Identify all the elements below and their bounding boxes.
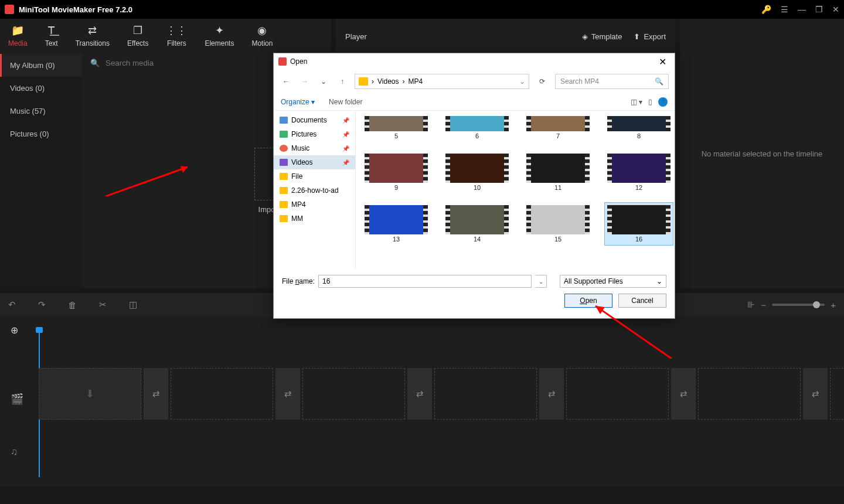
maximize-icon[interactable]: ❐ (815, 5, 823, 14)
tool-transitions[interactable]: ⇄Transitions (76, 25, 110, 47)
clip-slot[interactable] (302, 368, 405, 420)
tree-item[interactable]: Documents📌 (274, 113, 355, 127)
sidebar-item[interactable]: My Album (0) (0, 54, 82, 77)
sidebar-item[interactable]: Videos (0) (2, 77, 82, 100)
file-item[interactable]: 16 (604, 202, 673, 246)
titlebar: MiniTool MovieMaker Free 7.2.0 🔑 ☰ — ❐ ✕ (0, 0, 844, 19)
file-item[interactable]: 10 (443, 151, 512, 194)
file-item[interactable]: 5 (362, 113, 431, 142)
search-icon: 🔍 (655, 77, 663, 86)
dialog-app-icon (278, 57, 287, 66)
file-item[interactable]: 7 (523, 113, 593, 142)
tool-elements[interactable]: ✦Elements (205, 25, 234, 47)
template-button[interactable]: ◈ Template (582, 32, 622, 41)
key-icon[interactable]: 🔑 (761, 5, 771, 14)
clip-slot[interactable] (171, 368, 273, 420)
tool-text[interactable]: T͟Text (45, 25, 58, 47)
filetype-select[interactable]: All Supported Files⌄ (560, 275, 666, 288)
transition-slot[interactable]: ⇄ (144, 368, 168, 420)
nav-forward-button[interactable]: → (298, 77, 311, 86)
tool-filters[interactable]: ⋮⋮Filters (166, 25, 187, 47)
file-item[interactable]: 9 (362, 151, 431, 194)
crop-button[interactable]: ◫ (129, 299, 137, 310)
tree-item[interactable]: 2.26-how-to-ad (274, 183, 355, 197)
cut-button[interactable]: ✂ (99, 299, 107, 310)
sidebar-item[interactable]: Pictures (0) (2, 122, 82, 145)
tree-item[interactable]: Pictures📌 (274, 127, 355, 141)
file-item[interactable]: 15 (523, 202, 593, 246)
clip-slot[interactable] (566, 368, 669, 420)
file-list: 5678910111213141516 (356, 111, 675, 269)
player-title: Player (345, 32, 367, 41)
view-mode-button[interactable]: ◫ ▾ (631, 98, 642, 106)
undo-button[interactable]: ↶ (8, 299, 16, 310)
minimize-icon[interactable]: — (798, 5, 806, 14)
redo-button[interactable]: ↷ (38, 299, 46, 310)
delete-button[interactable]: 🗑 (68, 300, 77, 310)
file-item[interactable]: 13 (362, 202, 431, 246)
dialog-close-button[interactable]: ✕ (655, 56, 670, 67)
tool-media[interactable]: 📁Media (8, 25, 28, 47)
tree-item[interactable]: Videos📌 (274, 155, 355, 169)
fit-button[interactable]: ⊪ (747, 299, 755, 310)
transition-slot[interactable]: ⇄ (671, 368, 696, 420)
media-sidebar: My Album (0)Videos (0)Music (57)Pictures… (0, 54, 82, 288)
search-input[interactable] (106, 59, 268, 67)
search-icon: 🔍 (90, 59, 100, 67)
organize-button[interactable]: Organize ▾ (281, 98, 315, 106)
nav-back-button[interactable]: ← (280, 77, 292, 86)
audio-track-icon: ♫ (11, 447, 18, 457)
tree-item[interactable]: MP4 (274, 197, 355, 212)
dialog-search-input[interactable]: Search MP4🔍 (555, 74, 669, 89)
zoom-slider[interactable] (772, 304, 825, 306)
help-icon[interactable]: ? (658, 97, 668, 107)
export-button[interactable]: ⬆ Export (634, 32, 666, 41)
folder-icon (359, 77, 368, 86)
file-item[interactable]: 11 (523, 151, 593, 194)
sidebar-item[interactable]: Music (57) (2, 100, 82, 122)
preview-empty-text: No material selected on the timeline (702, 149, 823, 158)
file-item[interactable]: 14 (443, 202, 512, 246)
clip-slot[interactable] (830, 368, 844, 420)
dialog-title: Open (290, 57, 307, 66)
filename-input[interactable] (318, 275, 532, 288)
preview-panel: No material selected on the timeline (680, 19, 844, 288)
file-item[interactable]: 6 (443, 113, 512, 142)
clip-slot[interactable] (434, 368, 537, 420)
timeline[interactable]: ⊕ 🎬 ♫ ⬇⇄⇄⇄⇄⇄⇄⇄ (0, 316, 844, 486)
transition-slot[interactable]: ⇄ (407, 368, 432, 420)
filename-history-button[interactable]: ⌄ (535, 275, 547, 288)
cancel-button[interactable]: Cancel (618, 294, 666, 308)
transition-slot[interactable]: ⇄ (803, 368, 828, 420)
tool-effects[interactable]: ❐Effects (127, 25, 148, 47)
nav-recent-button[interactable]: ⌄ (317, 77, 330, 86)
preview-pane-button[interactable]: ▯ (648, 98, 652, 106)
nav-up-button[interactable]: ↑ (336, 77, 349, 86)
open-button[interactable]: Open (564, 294, 612, 308)
close-icon[interactable]: ✕ (832, 5, 839, 14)
folder-tree: Documents📌Pictures📌Music📌Videos📌File2.26… (274, 111, 356, 269)
filename-label: File name: (282, 277, 315, 285)
app-icon (5, 5, 14, 14)
app-title: MiniTool MovieMaker Free 7.2.0 (19, 5, 132, 14)
clip-slot[interactable]: ⬇ (39, 368, 141, 420)
tree-item[interactable]: MM (274, 212, 355, 226)
refresh-button[interactable]: ⟳ (535, 77, 549, 86)
tree-item[interactable]: Music📌 (274, 141, 355, 155)
transition-slot[interactable]: ⇄ (275, 368, 300, 420)
new-folder-button[interactable]: New folder (329, 98, 362, 106)
path-breadcrumb[interactable]: ›Videos›MP4 ⌄ (355, 74, 529, 89)
zoom-in-button[interactable]: + (831, 300, 836, 310)
tree-item[interactable]: File (274, 169, 355, 183)
file-open-dialog: Open ✕ ← → ⌄ ↑ ›Videos›MP4 ⌄ ⟳ Search MP… (273, 53, 675, 319)
add-track-button[interactable]: ⊕ (11, 325, 18, 336)
main-toolbar: 📁MediaT͟Text⇄Transitions❐Effects⋮⋮Filter… (0, 19, 331, 54)
tool-motion[interactable]: ◉Motion (251, 25, 273, 47)
transition-slot[interactable]: ⇄ (539, 368, 564, 420)
menu-icon[interactable]: ☰ (781, 5, 788, 14)
file-item[interactable]: 8 (604, 113, 673, 142)
file-item[interactable]: 12 (604, 151, 673, 194)
zoom-out-button[interactable]: − (761, 300, 766, 310)
video-track-icon: 🎬 (11, 393, 23, 406)
clip-slot[interactable] (698, 368, 801, 420)
